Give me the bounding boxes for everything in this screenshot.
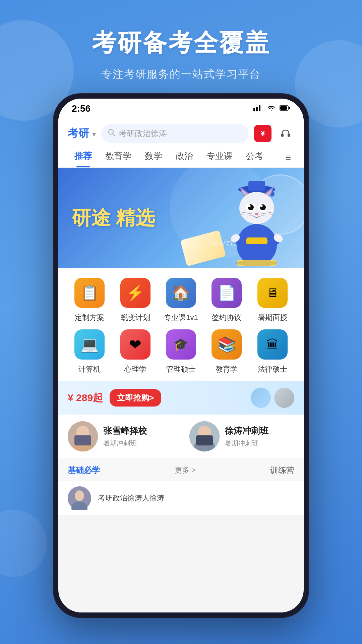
status-bar: 2:56 [58, 99, 304, 119]
teacher-section: 张雪峰择校 暑期冲刺班 [58, 415, 304, 458]
icon-label: 管理硕士 [166, 364, 196, 374]
promo-avatar-2 [274, 388, 294, 408]
status-icons [253, 105, 290, 113]
icon-label: 专业课1v1 [164, 313, 198, 323]
banner-yantu-text: YANTU [209, 239, 237, 248]
svg-rect-5 [289, 107, 290, 109]
bottom-tab-training[interactable]: 训练营 [270, 465, 294, 476]
svg-point-47 [75, 490, 84, 501]
icon-customize: 📋 [74, 278, 105, 308]
tab-education[interactable]: 教育学 [99, 148, 138, 167]
promo-avatar-1 [251, 388, 271, 408]
tab-politics[interactable]: 政治 [169, 148, 200, 167]
phone-frame: 2:56 考研 ▾ [54, 94, 308, 617]
icon-education: 📚 [212, 329, 242, 360]
icon-law: 🏛 [257, 329, 288, 360]
icon-summer: 🖥 [257, 278, 288, 308]
svg-rect-1 [256, 107, 258, 111]
bt-text: 考研政治徐涛人徐涛 [98, 493, 164, 503]
list-item[interactable]: 📄 签约协议 [205, 278, 248, 323]
icon-label: 教育学 [216, 364, 238, 374]
promo-banner: ¥ 289起 立即抢购> [58, 381, 304, 415]
icon-label: 蜕变计划 [121, 313, 150, 323]
svg-rect-11 [248, 181, 265, 191]
phone-wrapper: 2:56 考研 ▾ [54, 94, 308, 617]
price-tag: ¥ 289起 [68, 391, 103, 405]
coupon-button[interactable]: ¥ [254, 125, 272, 142]
list-item[interactable]: 🏠 专业课1v1 [160, 278, 202, 323]
header-icons: ¥ [254, 125, 294, 142]
svg-rect-31 [246, 237, 267, 244]
tab-civil[interactable]: 公考 [239, 148, 270, 167]
svg-rect-45 [196, 435, 213, 445]
teacher-avatar-xu [189, 421, 220, 451]
tab-math[interactable]: 数学 [138, 148, 169, 167]
icon-grid: 📋 定制方案 ⚡ 蜕变计划 🏠 专业课1v1 📄 签约协议 [65, 278, 297, 374]
svg-point-24 [260, 205, 263, 207]
banner-text-area: 研途 精选 [58, 195, 168, 241]
svg-point-25 [255, 213, 258, 215]
svg-rect-9 [288, 133, 290, 137]
list-item[interactable]: ⚡ 蜕变计划 [114, 278, 156, 323]
icon-psychology: ❤ [120, 329, 150, 360]
top-section: 考研备考全覆盖 专注考研服务的一站式学习平台 [0, 0, 362, 82]
list-item[interactable]: 🖥 暑期面授 [251, 278, 294, 323]
svg-point-14 [239, 192, 274, 224]
list-item[interactable]: 🎓 管理硕士 [160, 329, 202, 374]
icon-transform: ⚡ [120, 278, 150, 308]
app-header: 考研 ▾ 考研政治徐涛 ¥ [58, 119, 304, 143]
nav-tabs: 推荐 教育学 数学 政治 专业课 公考 ≡ [58, 143, 304, 168]
svg-point-23 [248, 205, 251, 207]
teacher-desc-xu: 暑期冲刺班 [225, 439, 268, 448]
icon-computer: 💻 [74, 329, 105, 360]
list-item[interactable]: 💻 计算机 [68, 329, 111, 374]
tab-specialty[interactable]: 专业课 [200, 148, 239, 167]
list-item[interactable]: ❤ 心理学 [114, 329, 156, 374]
buy-button[interactable]: 立即抢购> [110, 389, 161, 407]
icon-label: 暑期面授 [258, 313, 287, 323]
bottom-tab-basic[interactable]: 基础必学 [68, 465, 100, 476]
teacher-info-xu: 徐涛冲刺班 暑期冲刺班 [225, 425, 268, 448]
logo-text: 考研 ▾ [68, 126, 96, 141]
list-item[interactable]: 📋 定制方案 [68, 278, 111, 323]
signal-icon [253, 105, 263, 113]
sub-title: 专注考研服务的一站式学习平台 [0, 67, 362, 82]
divider [181, 421, 181, 451]
mascot-cat [220, 174, 294, 268]
battery-icon [280, 105, 290, 112]
more-link[interactable]: 更多 > [175, 465, 196, 475]
teacher-card-xu[interactable]: 徐涛冲刺班 暑期冲刺班 [189, 421, 295, 451]
list-item[interactable]: 📚 教育学 [205, 329, 248, 374]
bottom-teacher-row: 考研政治徐涛人徐涛 [58, 481, 304, 515]
icon-label: 法律硕士 [258, 364, 287, 374]
banner-title: 研途 精选 [72, 205, 155, 231]
icon-specialty1v1: 🏠 [166, 278, 196, 308]
teacher-card-zhang[interactable]: 张雪峰择校 暑期冲刺班 [68, 421, 173, 451]
icon-label: 计算机 [78, 364, 101, 374]
teacher-name-zhang: 张雪峰择校 [103, 425, 147, 437]
svg-rect-41 [74, 435, 91, 445]
nav-more-icon[interactable]: ≡ [282, 150, 294, 166]
icon-label: 定制方案 [75, 313, 104, 323]
bg-circle-bottom-left [0, 510, 47, 577]
teacher-desc-zhang: 暑期冲刺班 [103, 439, 147, 448]
promo-deco [251, 388, 294, 408]
teacher-avatar-zhang [68, 421, 98, 451]
headphone-button[interactable] [277, 125, 294, 142]
svg-line-7 [113, 133, 115, 136]
list-item[interactable]: 🏛 法律硕士 [251, 329, 294, 374]
icon-label: 心理学 [124, 364, 146, 374]
icon-label: 签约协议 [212, 313, 241, 323]
svg-rect-4 [280, 106, 287, 110]
main-title: 考研备考全覆盖 [0, 27, 362, 59]
banner: 研途 精选 YANTU [58, 168, 304, 268]
tab-recommend[interactable]: 推荐 [68, 148, 99, 167]
svg-point-30 [237, 224, 277, 266]
wifi-icon [267, 105, 276, 113]
status-time: 2:56 [72, 103, 90, 114]
svg-point-37 [236, 260, 278, 266]
search-bar[interactable]: 考研政治徐涛 [101, 124, 249, 143]
teacher-name-xu: 徐涛冲刺班 [225, 425, 268, 437]
phone-screen: 2:56 考研 ▾ [58, 99, 304, 612]
search-text: 考研政治徐涛 [119, 128, 167, 139]
